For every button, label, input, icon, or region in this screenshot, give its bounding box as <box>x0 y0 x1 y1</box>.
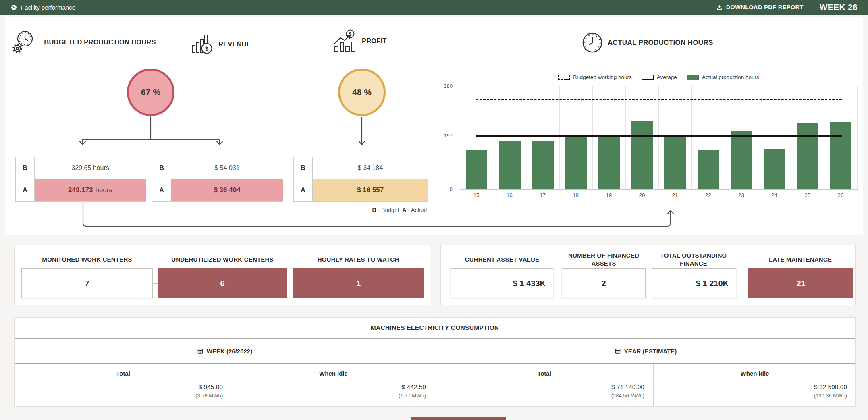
legend-budgeted-working-hours: Budgeted working hours <box>558 74 632 80</box>
row-label-a: A <box>152 179 171 201</box>
year-idle-label: When idle <box>662 370 847 377</box>
y-tick-197: 197 <box>444 133 453 139</box>
week-period-header: WEEK (26/2022) <box>15 339 435 363</box>
x-tick-26: 26 <box>824 192 857 198</box>
chart-legend: Budgeted working hours Average Actual pr… <box>460 74 857 80</box>
week-idle-cell: When idle $ 442.50 (1.77 MWh) <box>232 364 435 406</box>
week-total-cell: Total $ 945.00 (3.78 MWh) <box>15 364 232 406</box>
row-label-b: B <box>152 157 171 179</box>
outstanding-finance-value: $ 1 210K <box>652 268 736 298</box>
legend-label: Budgeted working hours <box>573 74 632 80</box>
underutilized-work-centers-label: UNDERUTILIZED WORK CENTERS <box>156 251 289 268</box>
legend-average: Average <box>642 74 677 80</box>
average-line <box>476 135 841 137</box>
chart-xaxis: 151617181920212223242526 <box>460 192 857 198</box>
actual-hours-unit: hours <box>95 186 112 194</box>
profit-table: B $ 34 184 A $ 16 557 <box>293 157 428 202</box>
key-b-letter: B <box>372 207 376 213</box>
download-pdf-button[interactable]: DOWNLOAD PDF REPORT <box>716 4 804 10</box>
chart-column-20 <box>626 86 659 189</box>
bar-week-19[interactable] <box>598 135 620 189</box>
chart-column-18 <box>560 86 593 189</box>
row-label-a: A <box>16 179 35 201</box>
budget-revenue-value: $ 54 031 <box>171 157 283 179</box>
actual-profit-value: $ 16 557 <box>313 179 428 201</box>
bar-week-21[interactable] <box>664 135 686 189</box>
x-tick-19: 19 <box>592 192 625 198</box>
budgeted-hours-percent-circle: 67 % <box>127 69 174 116</box>
actual-hours-value: 249.173 hours <box>35 179 146 201</box>
svg-text:$: $ <box>205 45 209 52</box>
bar-week-25[interactable] <box>797 123 819 189</box>
revenue-table: B $ 54 031 A $ 36 404 <box>152 157 283 202</box>
year-idle-cost: $ 32 590.00 <box>662 383 847 391</box>
bar-week-20[interactable] <box>631 121 653 189</box>
row-label-a: A <box>294 179 313 201</box>
solid-line-swatch <box>642 75 654 80</box>
table-row-budget: B 329.65 hours <box>16 157 146 179</box>
profit-percent-circle: 48 % <box>338 69 386 116</box>
chart-column-22 <box>692 86 725 189</box>
x-tick-17: 17 <box>526 192 559 198</box>
work-centers-panel: MONITORED WORK CENTERS UNDERUTILIZED WOR… <box>14 245 430 305</box>
bar-week-24[interactable] <box>764 149 785 189</box>
x-tick-22: 22 <box>691 192 725 198</box>
current-asset-value: $ 1 433K <box>451 268 553 298</box>
clock-gear-icon <box>12 29 35 54</box>
calendar-icon <box>197 348 204 354</box>
download-label: DOWNLOAD PDF REPORT <box>726 4 804 10</box>
chart-column-15 <box>460 86 493 189</box>
legend-label: Actual production hours <box>702 74 759 80</box>
bar-week-23[interactable] <box>731 131 752 189</box>
chart-column-16 <box>493 86 526 189</box>
key-a-letter: A <box>402 207 406 213</box>
row-label-b: B <box>294 157 313 179</box>
chart-column-26 <box>824 86 858 189</box>
monitored-work-centers-value: 7 <box>21 268 153 298</box>
table-row-budget: B $ 34 184 <box>294 157 428 179</box>
table-row-budget: B $ 54 031 <box>152 157 283 179</box>
week-idle-label: When idle <box>241 370 426 377</box>
profit-trend-dollar-icon: $ <box>332 29 357 53</box>
table-row-actual: A $ 16 557 <box>294 179 428 201</box>
bar-week-16[interactable] <box>499 141 521 189</box>
budget-actual-key: B - Budget A - Actual <box>372 207 427 213</box>
week-badge: WEEK 26 <box>820 2 858 12</box>
budget-profit-value: $ 34 184 <box>313 157 428 179</box>
chart-column-24 <box>758 86 791 189</box>
year-idle-energy: (130.36 MWh) <box>662 393 847 399</box>
next-section-peek-bar <box>411 417 506 420</box>
y-tick-0: 0 <box>450 186 453 192</box>
x-tick-21: 21 <box>658 192 691 198</box>
chart-yticks: 0197380 <box>439 86 456 189</box>
app-title-group: Facility performance <box>10 4 75 11</box>
facility-performance-dashboard: Facility performance DOWNLOAD PDF REPORT… <box>0 0 868 420</box>
week-period-label: WEEK (26/2022) <box>207 348 252 355</box>
year-period-label: YEAR (ESTIMATE) <box>624 348 677 355</box>
underutilized-work-centers-value: 6 <box>158 268 287 298</box>
x-tick-16: 16 <box>493 192 526 198</box>
chart-column-23 <box>725 86 758 189</box>
bar-week-22[interactable] <box>698 150 719 189</box>
box-connector-line <box>153 283 158 284</box>
chart-plot <box>460 86 858 190</box>
bar-week-17[interactable] <box>532 141 554 189</box>
table-row-actual: A 249.173 hours <box>16 179 146 201</box>
year-total-label: Total <box>444 370 644 377</box>
x-tick-24: 24 <box>758 192 791 198</box>
actual-revenue-value: $ 36 404 <box>171 179 283 201</box>
panel-divider <box>558 245 558 305</box>
week-total-label: Total <box>23 370 223 377</box>
year-idle-cell: When idle $ 32 590.00 (130.36 MWh) <box>654 364 856 406</box>
key-b-text: - Budget <box>378 207 399 213</box>
bar-week-15[interactable] <box>466 150 488 189</box>
top-bar-right: DOWNLOAD PDF REPORT WEEK 26 <box>716 2 858 12</box>
bar-week-18[interactable] <box>565 135 587 189</box>
budgeted-hours-header: BUDGETED PRODUCTION HOURS <box>12 29 160 54</box>
hourly-rates-to-watch-label: HOURLY RATES TO WATCH <box>292 251 425 268</box>
year-total-energy: (284.56 MWh) <box>444 393 644 399</box>
x-tick-18: 18 <box>559 192 592 198</box>
bar-week-26[interactable] <box>830 122 852 189</box>
actual-hours-number: 249.173 <box>68 186 93 194</box>
chart-column-17 <box>526 86 559 189</box>
